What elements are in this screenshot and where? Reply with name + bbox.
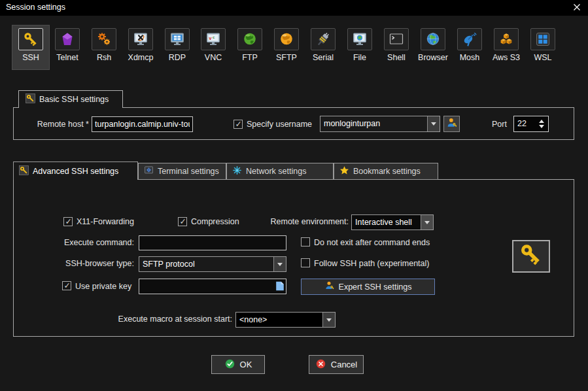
toolbar-item-aws-s3[interactable]: Aws S3 (488, 26, 525, 69)
credentials-button[interactable] (443, 116, 460, 132)
globe-green-icon (237, 28, 262, 50)
tab-label: Bookmark settings (353, 167, 421, 176)
no-exit-checkbox[interactable] (301, 237, 310, 246)
basic-ssh-settings-tab: Basic SSH settings (18, 90, 123, 108)
user-key-icon (446, 117, 458, 131)
toolbar-item-rsh[interactable]: Rsh (86, 26, 122, 69)
toolbar-item-label: Browser (415, 53, 451, 62)
close-button[interactable] (570, 2, 583, 14)
basic-ssh-settings-tab-label: Basic SSH settings (39, 95, 109, 104)
toolbar-item-shell[interactable]: Shell (378, 26, 415, 69)
private-key-input[interactable] (139, 279, 286, 294)
remote-environment-select[interactable]: Interactive shell (351, 214, 434, 230)
remote-environment-value: Interactive shell (355, 215, 419, 230)
ok-button[interactable]: OK (211, 355, 265, 374)
cancel-button[interactable]: Cancel (309, 355, 364, 374)
cubes-icon (494, 28, 519, 50)
username-value: monloginturpan (324, 116, 425, 131)
stepper-down-icon[interactable] (539, 125, 544, 128)
key-icon (18, 28, 43, 50)
port-label: Port (492, 116, 507, 132)
tab-label: Network settings (246, 167, 306, 176)
svg-text:c: c (213, 35, 215, 39)
toolbar-item-vnc[interactable]: vc VNC (195, 26, 232, 69)
toolbar-item-label: Serial (305, 53, 341, 62)
toolbar-item-file[interactable]: File (341, 26, 378, 69)
no-exit-label: Do not exit after command ends (314, 235, 430, 250)
toolbar-item-wsl[interactable]: WSL (525, 26, 561, 69)
ok-button-label: OK (240, 360, 252, 369)
execute-macro-label: Execute macro at session start: (101, 311, 232, 327)
tab-label: Terminal settings (158, 167, 219, 176)
follow-ssh-path-checkbox[interactable] (301, 258, 310, 267)
toolbar-item-ftp[interactable]: FTP (232, 26, 268, 69)
user-key-icon (324, 280, 335, 293)
toolbar-item-ssh[interactable]: SSH (12, 26, 49, 69)
execute-command-input[interactable] (139, 235, 286, 250)
remote-environment-label: Remote environment: (262, 214, 349, 230)
globe-blue-icon (421, 28, 445, 50)
ssh-key-image-button[interactable] (512, 240, 550, 273)
windows-logo-icon (530, 28, 555, 50)
toolbar-item-label: SFTP (268, 53, 305, 62)
chevron-down-icon[interactable] (322, 313, 335, 327)
port-stepper[interactable]: 22 (513, 116, 549, 132)
globe-orange-icon (274, 28, 299, 50)
tab-advanced-ssh-settings[interactable]: Advanced SSH settings (13, 162, 138, 180)
svg-text:v: v (209, 36, 212, 41)
toolbar-item-label: WSL (525, 53, 561, 62)
key-icon (26, 94, 35, 105)
toolbar-item-mosh[interactable]: Mosh (451, 26, 488, 69)
remote-host-input[interactable] (92, 116, 193, 132)
plug-icon (311, 28, 336, 50)
private-key-field-wrap (139, 279, 286, 294)
toolbar-item-browser[interactable]: Browser (415, 26, 451, 69)
toolbar-item-label: Xdmcp (122, 53, 159, 62)
specify-username-label: Specify username (247, 116, 312, 132)
tab-network-settings[interactable]: Network settings (226, 163, 334, 180)
stepper-arrows[interactable] (538, 116, 545, 131)
tab-terminal-settings[interactable]: Terminal settings (138, 163, 226, 180)
x-circle-icon (315, 358, 326, 371)
tab-label: Advanced SSH settings (33, 167, 118, 176)
file-document-icon[interactable] (275, 281, 285, 291)
check-circle-icon (224, 358, 235, 371)
execute-macro-select[interactable]: <none> (235, 312, 336, 328)
specify-username-checkbox[interactable] (233, 120, 243, 129)
chevron-down-icon[interactable] (427, 116, 440, 131)
monitor-x-icon (128, 28, 153, 50)
toolbar-item-label: Telnet (49, 53, 86, 62)
toolbar-item-label: Aws S3 (488, 53, 525, 62)
toolbar-item-serial[interactable]: Serial (305, 26, 341, 69)
window-title: Session settings (6, 3, 65, 12)
monitor-windows-icon (165, 28, 190, 50)
use-private-key-checkbox[interactable] (62, 281, 71, 290)
follow-ssh-path-label: Follow SSH path (experimental) (314, 256, 429, 271)
star-icon (339, 165, 349, 177)
toolbar-item-telnet[interactable]: Telnet (49, 26, 86, 69)
close-icon (573, 2, 581, 14)
toolbar-item-label: VNC (195, 53, 232, 62)
monitor-vnc-icon: vc (201, 28, 226, 50)
x11-forwarding-checkbox[interactable] (63, 217, 73, 226)
toolbar-item-sftp[interactable]: SFTP (268, 26, 305, 69)
toolbar-item-rdp[interactable]: RDP (159, 26, 196, 69)
toolbar-item-xdmcp[interactable]: Xdmcp (122, 26, 159, 69)
tab-bookmark-settings[interactable]: Bookmark settings (334, 163, 438, 180)
expert-ssh-settings-button[interactable]: Expert SSH settings (301, 279, 435, 295)
chevron-down-icon[interactable] (421, 215, 433, 230)
toolbar-item-label: Shell (378, 53, 415, 62)
toolbar-item-label: SSH (12, 53, 49, 62)
execute-macro-value: <none> (239, 313, 320, 327)
username-dropdown[interactable]: monloginturpan (320, 116, 440, 132)
ssh-browser-type-select[interactable]: SFTP protocol (139, 256, 286, 272)
toolbar-item-label: File (341, 53, 378, 62)
stepper-up-icon[interactable] (539, 120, 544, 123)
execute-command-label: Execute command: (58, 235, 134, 250)
compression-checkbox[interactable] (178, 217, 187, 226)
toolbar-item-label: FTP (232, 53, 268, 62)
network-icon (232, 165, 242, 177)
ssh-browser-type-value: SFTP protocol (143, 257, 271, 271)
chevron-down-icon[interactable] (273, 257, 286, 271)
monitor-globe-icon (347, 28, 372, 50)
